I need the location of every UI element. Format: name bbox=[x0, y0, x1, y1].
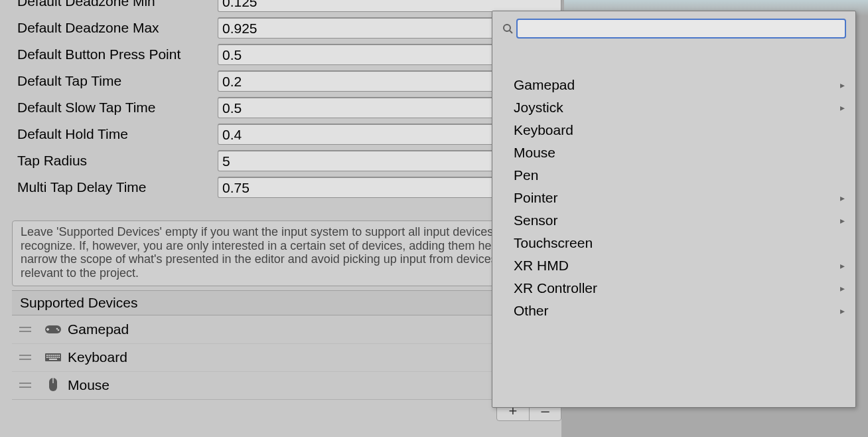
device-picker-item-label: Mouse bbox=[514, 145, 555, 161]
svg-rect-19 bbox=[58, 357, 60, 358]
device-picker-item[interactable]: Keyboard bbox=[514, 119, 846, 141]
chevron-right-icon: ▸ bbox=[840, 80, 845, 90]
svg-rect-15 bbox=[50, 357, 52, 358]
device-picker-item[interactable]: Touchscreen bbox=[514, 232, 846, 254]
svg-line-24 bbox=[510, 31, 512, 33]
device-picker-popup: Gamepad▸Joystick▸KeyboardMousePenPointer… bbox=[492, 11, 856, 408]
device-picker-item-label: Touchscreen bbox=[514, 235, 593, 251]
setting-row: Default Slow Tap Time bbox=[12, 94, 561, 121]
setting-row: Default Tap Time bbox=[12, 68, 561, 94]
device-name-label: Mouse bbox=[68, 377, 109, 393]
gamepad-icon bbox=[42, 323, 64, 336]
chevron-right-icon: ▸ bbox=[840, 102, 845, 113]
setting-row: Default Deadzone Max bbox=[12, 15, 561, 41]
setting-row: Multi Tap Delay Time bbox=[12, 174, 561, 201]
svg-point-3 bbox=[56, 327, 58, 329]
setting-label: Default Tap Time bbox=[17, 73, 218, 89]
device-picker-item-label: XR HMD bbox=[514, 258, 569, 274]
device-picker-item[interactable]: XR Controller▸ bbox=[514, 277, 846, 300]
device-picker-item[interactable]: Pointer▸ bbox=[514, 187, 846, 209]
search-icon bbox=[502, 23, 514, 35]
chevron-right-icon: ▸ bbox=[840, 260, 845, 271]
supported-device-item[interactable]: Keyboard bbox=[12, 343, 561, 371]
setting-row: Default Deadzone Min bbox=[12, 0, 561, 15]
device-picker-item[interactable]: Other▸ bbox=[514, 300, 846, 322]
device-picker-item-label: Keyboard bbox=[514, 122, 573, 138]
svg-rect-2 bbox=[46, 329, 49, 330]
setting-label: Default Deadzone Max bbox=[17, 20, 218, 36]
svg-rect-18 bbox=[56, 357, 58, 358]
drag-handle-icon[interactable] bbox=[17, 327, 33, 332]
supported-devices-footer: + – bbox=[12, 399, 561, 423]
device-picker-search-input[interactable] bbox=[516, 19, 846, 39]
svg-rect-11 bbox=[56, 355, 58, 356]
device-picker-item-label: Pen bbox=[514, 167, 538, 183]
device-picker-item[interactable]: Sensor▸ bbox=[514, 209, 846, 232]
device-picker-item[interactable]: Mouse bbox=[514, 141, 846, 164]
device-picker-item-label: Sensor bbox=[514, 213, 558, 228]
svg-rect-9 bbox=[52, 355, 54, 356]
mouse-icon bbox=[42, 377, 64, 394]
svg-point-4 bbox=[58, 329, 60, 331]
drag-handle-icon[interactable] bbox=[17, 355, 33, 360]
svg-rect-16 bbox=[52, 357, 54, 358]
setting-label: Default Deadzone Min bbox=[17, 0, 218, 9]
supported-devices-help-text: Leave 'Supported Devices' empty if you w… bbox=[21, 225, 525, 280]
device-picker-item[interactable]: XR HMD▸ bbox=[514, 254, 846, 277]
device-name-label: Gamepad bbox=[68, 321, 129, 337]
device-picker-search-row bbox=[492, 11, 855, 41]
chevron-right-icon: ▸ bbox=[840, 193, 845, 203]
chevron-right-icon: ▸ bbox=[840, 306, 845, 316]
setting-label: Tap Radius bbox=[17, 153, 218, 169]
svg-rect-7 bbox=[48, 355, 50, 356]
svg-rect-13 bbox=[46, 357, 48, 358]
device-picker-item[interactable]: Pen bbox=[514, 164, 846, 187]
svg-rect-20 bbox=[49, 359, 57, 360]
supported-devices-help-box: Leave 'Supported Devices' empty if you w… bbox=[12, 220, 561, 286]
setting-row: Default Button Press Point bbox=[12, 41, 561, 68]
device-picker-item[interactable]: Gamepad▸ bbox=[514, 74, 846, 96]
setting-row: Tap Radius bbox=[12, 147, 561, 174]
setting-label: Default Button Press Point bbox=[17, 46, 218, 62]
device-picker-item-label: Gamepad bbox=[514, 77, 575, 93]
chevron-right-icon: ▸ bbox=[840, 215, 845, 226]
svg-rect-10 bbox=[54, 355, 56, 356]
setting-label: Default Slow Tap Time bbox=[17, 100, 218, 116]
supported-devices-header-label: Supported Devices bbox=[20, 295, 137, 311]
device-picker-list: Gamepad▸Joystick▸KeyboardMousePenPointer… bbox=[492, 41, 855, 322]
svg-rect-14 bbox=[48, 357, 50, 358]
svg-rect-17 bbox=[54, 357, 56, 358]
device-picker-item-label: XR Controller bbox=[514, 280, 597, 296]
device-picker-item-label: Pointer bbox=[514, 190, 558, 206]
supported-devices-list: GamepadKeyboardMouse bbox=[12, 315, 561, 399]
svg-point-23 bbox=[504, 25, 510, 31]
supported-devices-header: Supported Devices bbox=[12, 290, 561, 315]
keyboard-icon bbox=[42, 351, 64, 364]
chevron-right-icon: ▸ bbox=[840, 283, 845, 294]
supported-device-item[interactable]: Gamepad bbox=[12, 315, 561, 343]
setting-label: Default Hold Time bbox=[17, 126, 218, 142]
svg-rect-8 bbox=[50, 355, 52, 356]
device-picker-item-label: Other bbox=[514, 303, 549, 319]
setting-row: Default Hold Time bbox=[12, 121, 561, 147]
device-picker-item[interactable]: Joystick▸ bbox=[514, 96, 846, 119]
device-picker-item-label: Joystick bbox=[514, 100, 563, 116]
svg-rect-6 bbox=[46, 355, 48, 356]
setting-label: Multi Tap Delay Time bbox=[17, 179, 218, 195]
supported-device-item[interactable]: Mouse bbox=[12, 371, 561, 399]
device-name-label: Keyboard bbox=[68, 349, 127, 365]
drag-handle-icon[interactable] bbox=[17, 383, 33, 388]
svg-rect-12 bbox=[58, 355, 60, 356]
input-settings-panel: Default Deadzone MinDefault Deadzone Max… bbox=[12, 0, 561, 437]
